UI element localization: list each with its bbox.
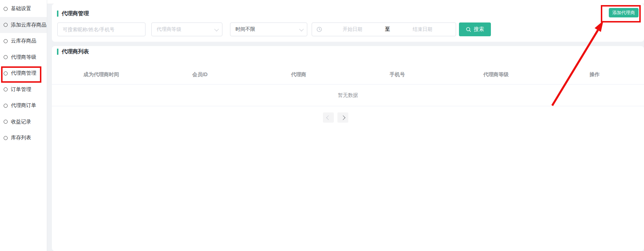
circle-bullet-icon bbox=[4, 39, 8, 43]
circle-bullet-icon bbox=[4, 7, 8, 11]
filter-bar: 代理商等级 时间不限 开始日期 至 结束日期 搜索 bbox=[52, 22, 644, 36]
agent-level-select[interactable]: 代理商等级 bbox=[151, 22, 222, 36]
sidebar-item-5[interactable]: 代理商管理 bbox=[0, 65, 47, 82]
sidebar-item-4[interactable]: 代理商等级 bbox=[0, 49, 47, 66]
circle-bullet-icon bbox=[4, 55, 8, 59]
agent-management-panel: 代理商管理 添加代理商 代理商等级 时间不限 开始日期 至 结束日期 bbox=[52, 4, 644, 42]
add-agent-button[interactable]: 添加代理商 bbox=[609, 8, 639, 17]
circle-bullet-icon bbox=[4, 23, 8, 27]
sidebar-item-label: 基础设置 bbox=[11, 5, 31, 12]
title-accent-bar bbox=[57, 49, 58, 55]
keyword-search-input[interactable] bbox=[57, 22, 145, 36]
table-header-row: 成为代理商时间会员ID代理商手机号代理商等级操作 bbox=[52, 65, 644, 85]
table-column-header: 会员ID bbox=[151, 71, 249, 78]
end-date-field[interactable]: 结束日期 bbox=[393, 26, 452, 33]
agent-list-panel: 代理商列表 成为代理商时间会员ID代理商手机号代理商等级操作 暂无数据 bbox=[52, 46, 644, 251]
sidebar-item-label: 代理商等级 bbox=[11, 54, 36, 61]
circle-bullet-icon bbox=[4, 87, 8, 91]
circle-bullet-icon bbox=[4, 104, 8, 108]
add-agent-button-label: 添加代理商 bbox=[612, 10, 635, 16]
sidebar-item-label: 代理商管理 bbox=[11, 70, 36, 77]
circle-bullet-icon bbox=[4, 136, 8, 140]
table-column-header: 代理商等级 bbox=[447, 71, 545, 78]
table-empty-row: 暂无数据 bbox=[52, 85, 644, 106]
table-column-header: 代理商 bbox=[249, 71, 348, 78]
search-button[interactable]: 搜索 bbox=[459, 22, 491, 36]
circle-bullet-icon bbox=[4, 71, 8, 75]
time-range-select[interactable]: 时间不限 bbox=[230, 22, 307, 36]
search-icon bbox=[466, 27, 471, 32]
circle-bullet-icon bbox=[4, 120, 8, 124]
sidebar-item-label: 收益记录 bbox=[11, 119, 31, 125]
clock-icon bbox=[316, 26, 322, 32]
table-column-header: 操作 bbox=[545, 71, 644, 78]
panel-header: 代理商管理 bbox=[57, 10, 89, 17]
sidebar-item-9[interactable]: 库存列表 bbox=[0, 130, 47, 146]
start-date-field[interactable]: 开始日期 bbox=[323, 26, 382, 33]
title-accent-bar bbox=[57, 11, 58, 17]
empty-data-text: 暂无数据 bbox=[338, 92, 358, 99]
sidebar-item-label: 添加云库存商品 bbox=[11, 22, 46, 28]
chevron-down-icon bbox=[299, 26, 304, 31]
table-column-header: 手机号 bbox=[348, 71, 447, 78]
pagination-next-button[interactable] bbox=[337, 112, 348, 123]
agent-level-select-placeholder: 代理商等级 bbox=[157, 26, 214, 33]
sidebar-item-8[interactable]: 收益记录 bbox=[0, 114, 47, 130]
sidebar-item-6[interactable]: 订单管理 bbox=[0, 82, 47, 98]
pagination-prev-button[interactable] bbox=[323, 112, 334, 123]
chevron-left-icon bbox=[326, 115, 331, 120]
date-range-separator: 至 bbox=[382, 26, 393, 33]
search-button-label: 搜索 bbox=[474, 26, 484, 33]
pagination bbox=[323, 112, 348, 123]
sidebar-item-label: 代理商订单 bbox=[11, 102, 36, 109]
chevron-down-icon bbox=[214, 26, 219, 31]
list-header: 代理商列表 bbox=[57, 48, 89, 55]
list-title: 代理商列表 bbox=[62, 48, 89, 55]
sidebar-item-label: 订单管理 bbox=[11, 86, 31, 93]
sidebar-item-3[interactable]: 云库存商品 bbox=[0, 33, 47, 49]
sidebar-item-label: 云库存商品 bbox=[11, 38, 36, 44]
chevron-right-icon bbox=[341, 115, 345, 120]
sidebar: 基础设置添加云库存商品云库存商品代理商等级代理商管理订单管理代理商订单收益记录库… bbox=[0, 0, 47, 251]
time-range-select-value: 时间不限 bbox=[235, 26, 299, 33]
sidebar-item-7[interactable]: 代理商订单 bbox=[0, 98, 47, 114]
sidebar-item-1[interactable]: 基础设置 bbox=[0, 1, 47, 17]
sidebar-item-2[interactable]: 添加云库存商品 bbox=[0, 17, 47, 33]
table-column-header: 成为代理商时间 bbox=[52, 71, 151, 78]
date-range-picker[interactable]: 开始日期 至 结束日期 bbox=[312, 22, 456, 36]
sidebar-item-label: 库存列表 bbox=[11, 135, 31, 141]
page-title: 代理商管理 bbox=[62, 10, 89, 17]
